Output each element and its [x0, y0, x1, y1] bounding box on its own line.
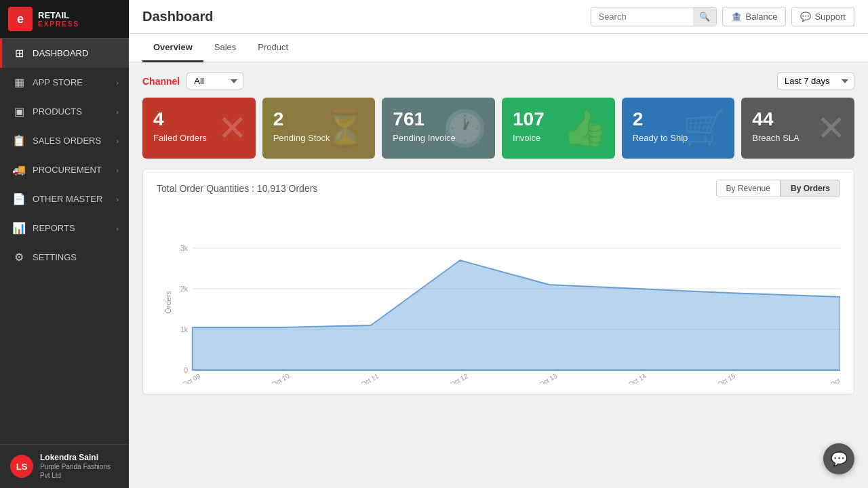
tab-overview[interactable]: Overview: [142, 34, 203, 62]
sidebar-item-app-store[interactable]: ▦ APP STORE ›: [0, 68, 129, 97]
nav-icon-4: 🚚: [12, 163, 26, 176]
metric-card-5[interactable]: 44 Breach SLA ✕: [741, 98, 854, 159]
svg-text:Oct 10: Oct 10: [271, 371, 291, 384]
search-input[interactable]: [591, 8, 693, 25]
support-icon: 💬: [800, 12, 811, 22]
sidebar-nav: ⊞ DASHBOARD ▦ APP STORE › ▣ PRODUCTS › 📋…: [0, 39, 129, 444]
logo-sub: EXPRESS: [38, 20, 79, 28]
nav-icon-2: ▣: [12, 105, 26, 118]
sidebar-footer: LS Lokendra Saini Purple Panda Fashions …: [0, 444, 129, 488]
nav-label-3: SALES ORDERS: [33, 136, 101, 146]
svg-text:1k: 1k: [180, 325, 189, 333]
metric-icon-5: ✕: [816, 108, 846, 148]
main-content: Dashboard 🔍 🏦 Balance 💬 Support Overview…: [129, 0, 868, 488]
tab-product[interactable]: Product: [247, 34, 299, 62]
chart-panel: Total Order Quantities : 10,913 Orders B…: [142, 169, 854, 394]
metric-card-3[interactable]: 107 Invoice 👍: [502, 98, 615, 159]
metric-icon-4: 🛒: [682, 108, 726, 149]
chart-svg: 0 1k 2k 3k Orders: [157, 207, 840, 384]
svg-text:Oct 12: Oct 12: [449, 372, 469, 384]
nav-arrow-5: ›: [116, 195, 119, 203]
balance-icon: 🏦: [731, 12, 742, 22]
channel-label: Channel: [142, 76, 180, 87]
svg-marker-9: [193, 260, 840, 370]
chart-btn-group: By Revenue By Orders: [716, 180, 840, 197]
support-label: Support: [814, 12, 846, 22]
nav-icon-7: ⚙: [12, 251, 26, 264]
sidebar: e RETAIL EXPRESS ⊞ DASHBOARD ▦ APP STORE…: [0, 0, 129, 488]
sidebar-logo: e RETAIL EXPRESS: [0, 0, 129, 39]
balance-button[interactable]: 🏦 Balance: [722, 7, 786, 26]
support-button[interactable]: 💬 Support: [791, 7, 854, 26]
svg-text:Orders: Orders: [164, 291, 172, 314]
date-select[interactable]: Last 7 days Last 14 days Last 30 days: [777, 73, 854, 89]
svg-text:0: 0: [184, 366, 188, 374]
nav-arrow-2: ›: [116, 108, 119, 116]
nav-label-4: PROCUREMENT: [33, 165, 102, 175]
metric-card-0[interactable]: 4 Failed Orders ✕: [142, 98, 256, 159]
metric-icon-2: 🕐: [443, 108, 487, 149]
header-actions: 🔍 🏦 Balance 💬 Support: [591, 7, 854, 26]
logo-icon: e: [8, 7, 33, 31]
date-filter: Last 7 days Last 14 days Last 30 days: [777, 73, 854, 89]
metric-icon-3: 👍: [563, 108, 607, 149]
sidebar-item-reports[interactable]: 📊 REPORTS ›: [0, 214, 129, 243]
nav-arrow-1: ›: [116, 79, 119, 87]
content-area: Channel All Flipkart Amazon Last 7 days …: [129, 62, 868, 488]
nav-label-2: PRODUCTS: [33, 106, 82, 117]
metric-icon-1: ⏳: [323, 108, 367, 149]
by-orders-button[interactable]: By Orders: [781, 180, 840, 197]
svg-text:Oct 13: Oct 13: [538, 371, 558, 384]
nav-icon-6: 📊: [12, 222, 26, 235]
footer-user-name: Lokendra Saini: [40, 453, 119, 462]
balance-label: Balance: [745, 12, 777, 22]
nav-icon-3: 📋: [12, 134, 26, 147]
metric-card-4[interactable]: 2 Ready to Ship 🛒: [622, 98, 735, 159]
nav-icon-1: ▦: [12, 76, 26, 89]
logo-text-block: RETAIL EXPRESS: [38, 10, 79, 28]
logo-name: RETAIL: [38, 10, 79, 21]
metric-icon-0: ✕: [218, 108, 248, 148]
footer-user-company: Purple Panda Fashions Pvt Ltd: [40, 462, 119, 480]
header: Dashboard 🔍 🏦 Balance 💬 Support: [129, 0, 868, 34]
chart-area: 0 1k 2k 3k Orders: [157, 207, 840, 384]
avatar: LS: [10, 455, 33, 478]
search-button[interactable]: 🔍: [693, 7, 716, 26]
svg-text:Oct 15: Oct 15: [716, 371, 736, 384]
nav-label-5: OTHER MASTER: [33, 194, 102, 204]
svg-text:2k: 2k: [180, 285, 189, 293]
search-box: 🔍: [591, 7, 717, 26]
nav-label-1: APP STORE: [33, 77, 83, 87]
nav-arrow-4: ›: [116, 166, 119, 174]
svg-text:Oct 14: Oct 14: [627, 371, 648, 384]
footer-user-info: Lokendra Saini Purple Panda Fashions Pvt…: [40, 453, 119, 480]
nav-arrow-6: ›: [116, 224, 119, 232]
channel-select[interactable]: All Flipkart Amazon: [186, 73, 243, 89]
chat-bubble[interactable]: 💬: [823, 443, 854, 474]
nav-arrow-3: ›: [116, 137, 119, 145]
nav-label-0: DASHBOARD: [33, 48, 88, 58]
tabs-bar: OverviewSalesProduct: [129, 34, 868, 62]
sidebar-item-sales-orders[interactable]: 📋 SALES ORDERS ›: [0, 126, 129, 155]
tab-sales[interactable]: Sales: [203, 34, 248, 62]
metric-cards: 4 Failed Orders ✕ 2 Pending Stock ⏳ 761 …: [142, 98, 854, 159]
sidebar-item-settings[interactable]: ⚙ SETTINGS: [0, 243, 129, 272]
nav-icon-0: ⊞: [12, 47, 26, 60]
sidebar-item-products[interactable]: ▣ PRODUCTS ›: [0, 97, 129, 126]
chart-header: Total Order Quantities : 10,913 Orders B…: [157, 180, 840, 197]
metric-card-2[interactable]: 761 Pending Invoice 🕐: [382, 98, 495, 159]
sidebar-item-dashboard[interactable]: ⊞ DASHBOARD: [0, 39, 129, 68]
sidebar-item-other-master[interactable]: 📄 OTHER MASTER ›: [0, 184, 129, 214]
nav-label-6: REPORTS: [33, 223, 75, 233]
nav-icon-5: 📄: [12, 192, 26, 205]
page-title: Dashboard: [142, 9, 213, 24]
nav-label-7: SETTINGS: [33, 252, 77, 262]
by-revenue-button[interactable]: By Revenue: [716, 180, 781, 197]
filter-left: Channel All Flipkart Amazon: [142, 73, 243, 89]
svg-text:Oct 16: Oct 16: [829, 371, 840, 384]
filter-row: Channel All Flipkart Amazon Last 7 days …: [142, 73, 854, 89]
metric-card-1[interactable]: 2 Pending Stock ⏳: [262, 98, 376, 159]
svg-text:Oct 11: Oct 11: [359, 372, 380, 384]
chart-title: Total Order Quantities : 10,913 Orders: [157, 183, 317, 194]
sidebar-item-procurement[interactable]: 🚚 PROCUREMENT ›: [0, 155, 129, 184]
